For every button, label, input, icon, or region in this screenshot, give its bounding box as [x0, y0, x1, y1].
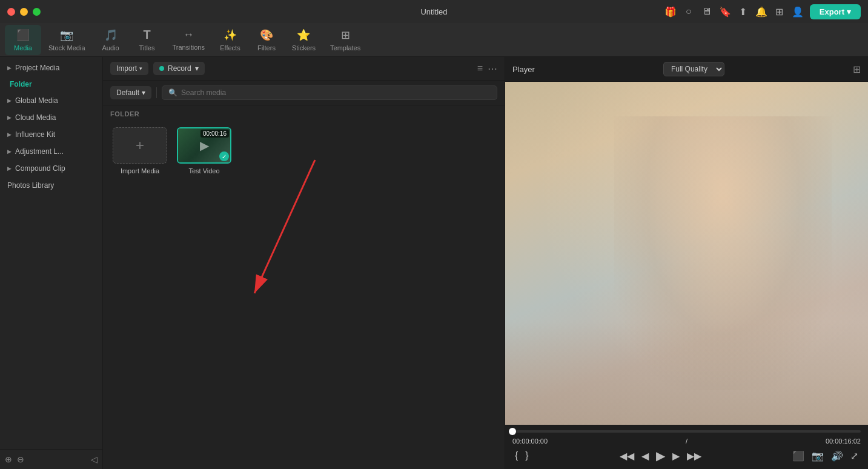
video-play-icon: ▶ [200, 138, 209, 153]
player-panel: Player Full Quality Half Quality ⊞ [505, 57, 868, 469]
gift-icon[interactable]: 🎁 [664, 5, 677, 18]
progress-handle[interactable] [509, 428, 516, 435]
maximize-button[interactable] [33, 8, 41, 16]
frame-back-button[interactable]: ◀◀ [617, 447, 637, 464]
mark-in-button[interactable]: { [512, 449, 520, 462]
player-video-subject [614, 116, 832, 391]
record-dot-icon [159, 66, 164, 71]
close-button[interactable] [7, 8, 15, 16]
cloud-media-arrow-icon: ▶ [7, 115, 12, 121]
media-header-right: ≡ ⋯ [477, 63, 497, 75]
stock-media-tab-icon: 📷 [60, 28, 73, 42]
global-media-arrow-icon: ▶ [7, 98, 12, 104]
player-video-frame [505, 82, 868, 425]
influence-kit-arrow-icon: ▶ [7, 131, 12, 138]
circle-icon[interactable]: ○ [683, 5, 695, 18]
search-box[interactable]: 🔍 [162, 85, 497, 100]
tab-stock-media[interactable]: 📷 Stock Media [41, 25, 93, 55]
sidebar-item-compound-clip[interactable]: ▶ Compound Clip [0, 160, 102, 177]
player-title: Player [512, 65, 535, 74]
player-video [505, 82, 868, 425]
stickers-tab-icon: ⭐ [297, 28, 310, 42]
progress-bar[interactable] [512, 430, 861, 433]
tab-titles[interactable]: T Titles [129, 24, 165, 55]
sidebar-bottom: ⊕ ⊖ ◁ [0, 449, 102, 469]
sidebar-item-compound-clip-label: Compound Clip [15, 164, 65, 173]
screenshot-button[interactable]: 📷 [809, 449, 826, 463]
transitions-tab-icon: ↔ [183, 28, 194, 41]
tab-media[interactable]: ⬛ Media [5, 25, 41, 55]
time-current: 00:00:00:00 [512, 437, 548, 445]
project-media-arrow-icon: ▶ [7, 65, 12, 71]
record-dropdown-icon: ▾ [195, 64, 199, 73]
crop-button[interactable]: ⬛ [790, 449, 807, 463]
sidebar-collapse-icon[interactable]: ◁ [91, 454, 98, 464]
player-video-shadow [505, 322, 868, 425]
bell-icon[interactable]: 🔔 [755, 5, 767, 18]
sidebar-item-influence-kit-label: Influence Kit [15, 130, 55, 139]
tab-effects[interactable]: ✨ Effects [212, 25, 248, 55]
import-label: Import [116, 64, 137, 73]
sidebar-item-project-media[interactable]: ▶ Project Media [0, 59, 102, 76]
sidebar-item-photos-library-label: Photos Library [7, 181, 54, 190]
upload-icon[interactable]: ⬆ [737, 5, 749, 18]
record-button[interactable]: Record ▾ [153, 62, 205, 75]
step-back-button[interactable]: ◀ [639, 447, 651, 464]
more-options-icon[interactable]: ⋯ [488, 63, 497, 75]
main-layout: ▶ Project Media Folder ▶ Global Media ▶ … [0, 57, 868, 469]
sidebar-add-folder-icon[interactable]: ⊕ [5, 454, 12, 464]
avatar-icon[interactable]: 👤 [792, 5, 804, 18]
titlebar: Untitled 🎁 ○ 🖥 🔖 ⬆ 🔔 ⊞ 👤 Export ▾ [0, 0, 868, 23]
import-media-item[interactable]: + Import Media [113, 127, 167, 175]
export-dropdown-arrow: ▾ [847, 7, 851, 16]
player-video-background [505, 82, 868, 425]
left-sidebar: ▶ Project Media Folder ▶ Global Media ▶ … [0, 57, 103, 469]
player-grid-icon[interactable]: ⊞ [853, 64, 861, 75]
play-button[interactable]: ▶ [654, 447, 668, 464]
media-grid: + Import Media ▶ 00:00:16 ✓ Test Video [103, 120, 505, 469]
step-forward-button[interactable]: ▶ [670, 447, 682, 464]
monitor-icon[interactable]: 🖥 [701, 5, 713, 18]
search-input[interactable] [181, 88, 491, 97]
test-video-item[interactable]: ▶ 00:00:16 ✓ Test Video [177, 127, 231, 175]
grid-icon[interactable]: ⊞ [774, 5, 786, 18]
sidebar-item-adjustment[interactable]: ▶ Adjustment L... [0, 143, 102, 160]
sidebar-item-folder[interactable]: Folder [0, 76, 102, 92]
tab-templates[interactable]: ⊞ Templates [323, 25, 368, 55]
export-button[interactable]: Export ▾ [810, 4, 861, 19]
sidebar-item-global-media[interactable]: ▶ Global Media [0, 92, 102, 109]
search-icon: 🔍 [168, 88, 177, 97]
speaker-button[interactable]: 🔊 [829, 449, 846, 463]
sidebar-item-influence-kit[interactable]: ▶ Influence Kit [0, 126, 102, 143]
default-button[interactable]: Default ▾ [110, 86, 151, 99]
video-check-badge: ✓ [219, 151, 229, 161]
window-title: Untitled [420, 7, 447, 16]
tab-filters[interactable]: 🎨 Filters [248, 25, 285, 55]
fullscreen-button[interactable]: ⤢ [848, 449, 861, 463]
test-video-label: Test Video [188, 167, 219, 175]
tab-audio[interactable]: 🎵 Audio [93, 25, 129, 55]
sidebar-remove-icon[interactable]: ⊖ [17, 454, 24, 464]
tab-transitions[interactable]: ↔ Transitions [165, 25, 212, 55]
import-media-label: Import Media [121, 167, 159, 175]
test-video-thumb: ▶ 00:00:16 ✓ [177, 127, 231, 164]
player-controls: 00:00:00:00 / 00:00:16:02 { } ◀◀ ◀ ▶ ▶ ▶… [505, 425, 868, 469]
audio-tab-icon: 🎵 [104, 28, 118, 42]
folder-label: FOLDER [103, 105, 505, 120]
record-label: Record [168, 64, 191, 73]
sidebar-item-photos-library[interactable]: Photos Library [0, 177, 102, 194]
frame-forward-button[interactable]: ▶▶ [684, 447, 704, 464]
time-display: 00:00:00:00 / 00:00:16:02 [512, 437, 861, 445]
import-button[interactable]: Import ▾ [110, 62, 148, 75]
filter-icon[interactable]: ≡ [477, 63, 483, 75]
media-panel: Import ▾ Record ▾ ≡ ⋯ Default ▾ 🔍 [103, 57, 505, 469]
sidebar-item-cloud-media-label: Cloud Media [15, 113, 56, 122]
minimize-button[interactable] [20, 8, 28, 16]
tab-stickers[interactable]: ⭐ Stickers [285, 25, 323, 55]
sidebar-item-cloud-media[interactable]: ▶ Cloud Media [0, 109, 102, 126]
mark-out-button[interactable]: } [523, 449, 531, 462]
compound-clip-arrow-icon: ▶ [7, 165, 12, 171]
sidebar-item-global-media-label: Global Media [15, 96, 58, 105]
quality-select[interactable]: Full Quality Half Quality [663, 62, 724, 76]
bookmark-icon[interactable]: 🔖 [719, 5, 731, 18]
